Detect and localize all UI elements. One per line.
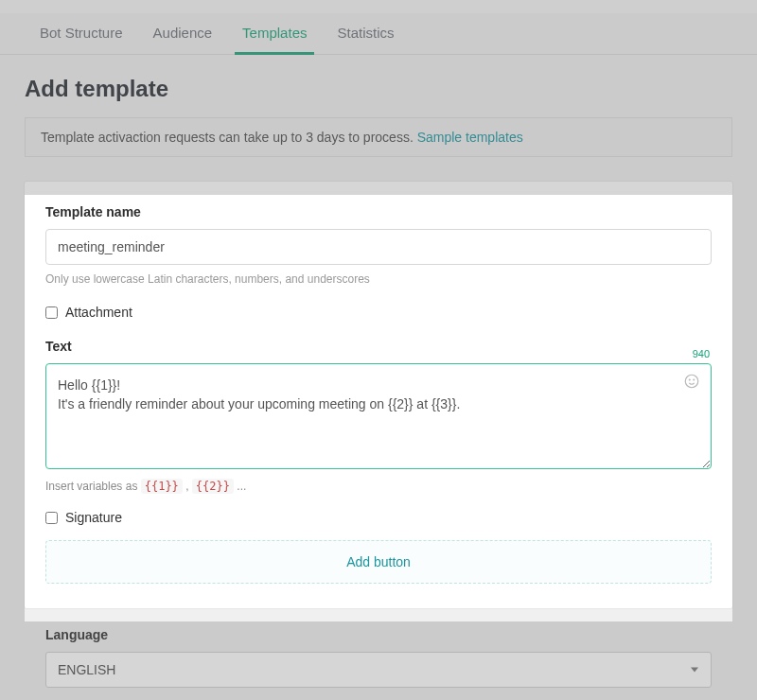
emoji-icon[interactable] [683,373,700,390]
tab-bot-structure[interactable]: Bot Structure [25,13,138,54]
svg-point-0 [685,375,698,388]
content-area: Add template Template activaction reques… [0,55,757,700]
variables-hint-code1: {{1}} [141,479,183,494]
template-name-hint: Only use lowercase Latin characters, num… [45,272,712,286]
text-area-wrap: 940 [45,363,712,472]
add-button[interactable]: Add button [45,540,712,584]
svg-point-2 [694,379,695,380]
info-banner-text: Template activaction requests can take u… [41,130,417,145]
variables-hint-prefix: Insert variables as [45,480,141,493]
template-form-card: Template name Only use lowercase Latin c… [25,182,732,608]
page-title: Add template [25,76,732,102]
variables-hint-comma: , [183,480,192,493]
language-label: Language [45,627,712,642]
tab-bar: Bot Structure Audience Templates Statist… [0,13,757,55]
variables-hint: Insert variables as {{1}} , {{2}} ... [45,480,712,493]
text-label: Text [45,339,712,354]
char-counter: 940 [693,348,710,359]
tab-statistics[interactable]: Statistics [322,13,409,54]
attachment-checkbox[interactable] [45,306,58,319]
info-banner: Template activaction requests can take u… [25,117,732,157]
variables-hint-suffix: ... [234,480,246,493]
sample-templates-link[interactable]: Sample templates [417,130,523,145]
signature-label: Signature [65,510,122,525]
text-textarea[interactable] [45,363,712,469]
template-name-label: Template name [45,204,712,219]
variables-hint-code2: {{2}} [192,479,234,494]
language-select[interactable]: ENGLISH [45,652,712,688]
attachment-label: Attachment [65,305,132,320]
tab-templates[interactable]: Templates [227,13,322,54]
below-card: Language ENGLISH Category Alert update [25,608,732,700]
template-name-input[interactable] [45,229,712,265]
svg-point-1 [689,379,690,380]
page-root: Bot Structure Audience Templates Statist… [0,13,757,700]
tab-audience[interactable]: Audience [138,13,228,54]
signature-checkbox[interactable] [45,512,58,524]
